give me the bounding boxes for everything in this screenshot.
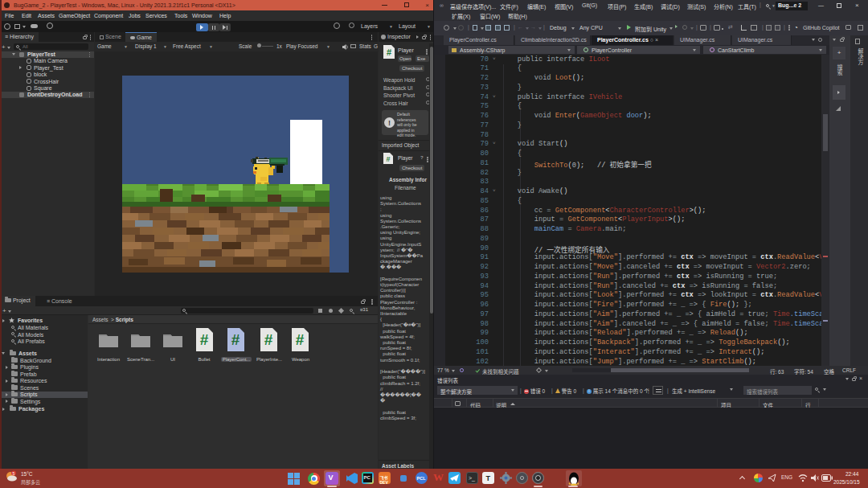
svg-text:#: # [200, 331, 209, 348]
svg-text:#: # [231, 331, 240, 348]
svg-text:#: # [386, 155, 390, 163]
svg-text:#: # [264, 331, 273, 348]
svg-text:#: # [387, 47, 391, 57]
svg-text:5: 5 [13, 471, 15, 476]
svg-text:#: # [296, 331, 305, 348]
